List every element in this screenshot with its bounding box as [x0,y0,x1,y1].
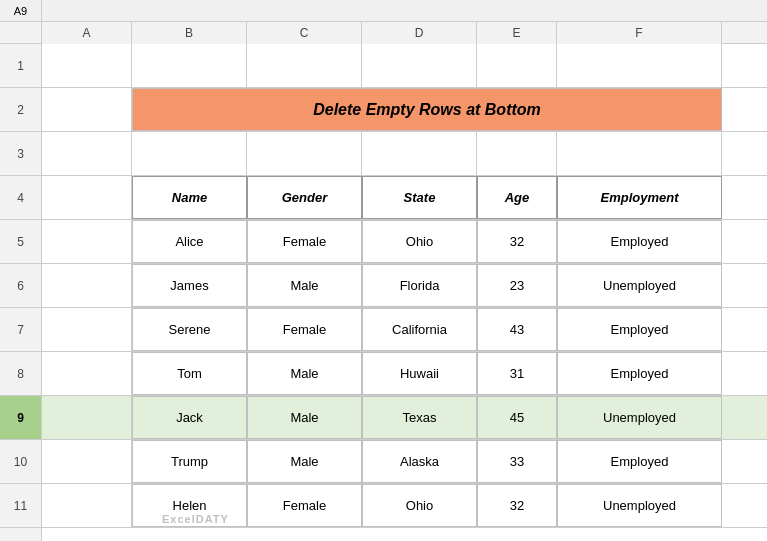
cell-name-9[interactable]: Jack [132,396,247,439]
col-header-a[interactable]: A [42,22,132,44]
cell-employment-11[interactable]: Unemployed [557,484,722,527]
cell-gender-8[interactable]: Male [247,352,362,395]
cell-a4[interactable] [42,176,132,219]
header-age: Age [477,176,557,219]
cell-state-11[interactable]: Ohio [362,484,477,527]
table-row: Trump Male Alaska 33 Employed [42,440,767,484]
title-cell: Delete Empty Rows at Bottom [132,88,722,131]
grid-columns: Delete Empty Rows at Bottom Name Gender … [42,44,767,541]
cell-employment-8[interactable]: Employed [557,352,722,395]
cell-c1[interactable] [247,44,362,87]
cell-a7[interactable] [42,308,132,351]
header-state: State [362,176,477,219]
row-num-9[interactable]: 9 [0,396,41,440]
cell-employment-5[interactable]: Employed [557,220,722,263]
cell-f3[interactable] [557,132,722,175]
cell-e3[interactable] [477,132,557,175]
cell-state-9[interactable]: Texas [362,396,477,439]
header-name: Name [132,176,247,219]
cell-age-8[interactable]: 31 [477,352,557,395]
row-num-5[interactable]: 5 [0,220,41,264]
cell-a6[interactable] [42,264,132,307]
cell-name-11[interactable]: Helen [132,484,247,527]
row-num-3[interactable]: 3 [0,132,41,176]
row-num-10[interactable]: 10 [0,440,41,484]
cell-a9[interactable] [42,396,132,439]
cell-employment-6[interactable]: Unemployed [557,264,722,307]
table-row: Delete Empty Rows at Bottom [42,88,767,132]
cell-b1[interactable] [132,44,247,87]
cell-e1[interactable] [477,44,557,87]
table-row: Serene Female California 43 Employed [42,308,767,352]
cell-age-9[interactable]: 45 [477,396,557,439]
header-gender: Gender [247,176,362,219]
cell-c3[interactable] [247,132,362,175]
column-headers: A B C D E F [0,22,767,44]
cell-age-6[interactable]: 23 [477,264,557,307]
cell-a8[interactable] [42,352,132,395]
cell-name-7[interactable]: Serene [132,308,247,351]
table-row: Helen Female Ohio 32 Unemployed ExcelDAT… [42,484,767,528]
cell-age-5[interactable]: 32 [477,220,557,263]
cell-state-5[interactable]: Ohio [362,220,477,263]
row-num-1[interactable]: 1 [0,44,41,88]
row-num-7[interactable]: 7 [0,308,41,352]
cell-state-6[interactable]: Florida [362,264,477,307]
row-num-8[interactable]: 8 [0,352,41,396]
cell-a3[interactable] [42,132,132,175]
cell-employment-7[interactable]: Employed [557,308,722,351]
col-header-d[interactable]: D [362,22,477,44]
corner-cell [0,22,42,43]
cell-a10[interactable] [42,440,132,483]
table-row [42,44,767,88]
cell-reference[interactable]: A9 [0,0,42,21]
cell-name-5[interactable]: Alice [132,220,247,263]
cell-name-8[interactable]: Tom [132,352,247,395]
cell-gender-11[interactable]: Female [247,484,362,527]
cell-d1[interactable] [362,44,477,87]
table-row: Jack Male Texas 45 Unemployed [42,396,767,440]
table-row [42,132,767,176]
row-num-11[interactable]: 11 [0,484,41,528]
cell-employment-10[interactable]: Employed [557,440,722,483]
cell-a11[interactable] [42,484,132,527]
row-num-4[interactable]: 4 [0,176,41,220]
spreadsheet: A9 A B C D E F 1 2 3 4 5 6 7 8 9 10 11 [0,0,767,541]
cell-gender-10[interactable]: Male [247,440,362,483]
cell-age-10[interactable]: 33 [477,440,557,483]
table-row: Tom Male Huwaii 31 Employed [42,352,767,396]
table-row: Alice Female Ohio 32 Employed [42,220,767,264]
cell-age-7[interactable]: 43 [477,308,557,351]
cell-name-10[interactable]: Trump [132,440,247,483]
cell-b3[interactable] [132,132,247,175]
cell-state-8[interactable]: Huwaii [362,352,477,395]
cell-gender-7[interactable]: Female [247,308,362,351]
cell-a1[interactable] [42,44,132,87]
cell-gender-5[interactable]: Female [247,220,362,263]
table-row: James Male Florida 23 Unemployed [42,264,767,308]
col-header-f[interactable]: F [557,22,722,44]
row-num-2[interactable]: 2 [0,88,41,132]
col-header-e[interactable]: E [477,22,557,44]
cell-state-10[interactable]: Alaska [362,440,477,483]
cell-gender-9[interactable]: Male [247,396,362,439]
cell-a2[interactable] [42,88,132,131]
cell-state-7[interactable]: California [362,308,477,351]
col-header-c[interactable]: C [247,22,362,44]
header-employment: Employment [557,176,722,219]
cell-a5[interactable] [42,220,132,263]
cell-name-6[interactable]: James [132,264,247,307]
formula-bar: A9 [0,0,767,22]
cell-age-11[interactable]: 32 [477,484,557,527]
col-header-b[interactable]: B [132,22,247,44]
cell-employment-9[interactable]: Unemployed [557,396,722,439]
table-row: Name Gender State Age Employment [42,176,767,220]
row-num-6[interactable]: 6 [0,264,41,308]
grid-body: 1 2 3 4 5 6 7 8 9 10 11 [0,44,767,541]
row-numbers: 1 2 3 4 5 6 7 8 9 10 11 [0,44,42,541]
cell-d3[interactable] [362,132,477,175]
cell-f1[interactable] [557,44,722,87]
cell-gender-6[interactable]: Male [247,264,362,307]
